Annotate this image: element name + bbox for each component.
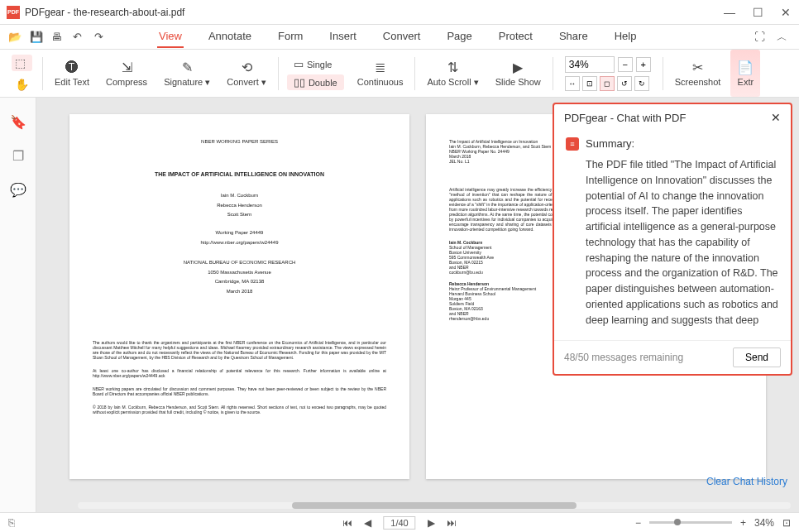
double-view-button[interactable]: ▯▯Double	[287, 74, 344, 90]
tab-view[interactable]: View	[157, 26, 184, 48]
auto-scroll-icon: ⇅	[447, 60, 458, 75]
single-view-button[interactable]: ▭Single	[287, 56, 344, 72]
edit-text-icon: 🅣	[65, 60, 79, 75]
print-icon[interactable]: 🖶	[51, 31, 65, 44]
first-page-icon[interactable]: ⏮	[342, 517, 352, 529]
single-icon: ▭	[294, 58, 304, 70]
screenshot-button[interactable]: ✂ Screenshot	[668, 50, 728, 97]
fit-page-icon[interactable]: ⊡	[582, 76, 597, 91]
ribbon: ⬚ ✋ 🅣 Edit Text ⇲ Compress ✎ Signature ▾…	[0, 50, 799, 98]
extract-button[interactable]: 📄 Extr	[730, 50, 760, 97]
screenshot-icon: ✂	[692, 60, 703, 75]
edit-text-button[interactable]: 🅣 Edit Text	[48, 50, 96, 97]
convert-icon: ⟲	[242, 60, 252, 75]
document-canvas[interactable]: NBER WORKING PAPER SERIES THE IMPACT OF …	[36, 98, 799, 512]
horizontal-scrollbar[interactable]	[78, 502, 791, 509]
double-icon: ▯▯	[294, 76, 305, 89]
tab-convert[interactable]: Convert	[381, 26, 423, 48]
comments-icon[interactable]: 💬	[10, 182, 26, 198]
quickbar: 📂 💾 🖶 ↶ ↷ View Annotate Form Insert Conv…	[0, 25, 799, 50]
auto-scroll-button[interactable]: ⇅ Auto Scroll ▾	[420, 50, 485, 97]
titlebar: PDF PDFgear - the-research-about-ai.pdf …	[0, 0, 799, 25]
chat-panel: PDFgear - Chat with PDF ✕ ≡ Summary: The…	[553, 103, 792, 376]
redo-icon[interactable]: ↷	[94, 31, 108, 44]
main-tabs: View Annotate Form Insert Convert Page P…	[157, 26, 754, 48]
clear-chat-history-link[interactable]: Clear Chat History	[706, 476, 787, 487]
signature-icon: ✎	[182, 60, 193, 75]
fit-actual-icon[interactable]: ◻	[600, 76, 615, 91]
status-left-icon[interactable]: ⎘	[8, 516, 15, 529]
maximize-button[interactable]: ☐	[751, 6, 764, 19]
status-fit-icon[interactable]: ⊡	[782, 517, 791, 529]
tab-annotate[interactable]: Annotate	[207, 26, 253, 48]
prev-page-icon[interactable]: ◀	[364, 517, 371, 529]
collapse-ribbon-icon[interactable]: ︿	[777, 30, 787, 45]
workspace: 🔖 ❐ 💬 NBER WORKING PAPER SERIES THE IMPA…	[0, 98, 799, 512]
compress-button[interactable]: ⇲ Compress	[99, 50, 154, 97]
compress-icon: ⇲	[122, 60, 132, 75]
summary-icon: ≡	[566, 137, 579, 151]
summary-label: Summary:	[586, 137, 634, 150]
minimize-button[interactable]: —	[723, 6, 736, 19]
rotate-right-icon[interactable]: ↻	[634, 76, 649, 91]
close-button[interactable]: ✕	[779, 6, 792, 19]
send-button[interactable]: Send	[733, 347, 781, 367]
zoom-out-button[interactable]: −	[618, 57, 633, 72]
signature-button[interactable]: ✎ Signature ▾	[157, 50, 217, 97]
next-page-icon[interactable]: ▶	[428, 517, 435, 529]
zoom-input[interactable]	[565, 56, 615, 73]
last-page-icon[interactable]: ⏭	[447, 517, 457, 529]
status-zoom-out-icon[interactable]: −	[635, 517, 641, 529]
page-1: NBER WORKING PAPER SERIES THE IMPACT OF …	[69, 114, 409, 479]
zoom-in-button[interactable]: +	[636, 57, 651, 72]
statusbar: ⎘ ⏮ ◀ 1/40 ▶ ⏭ − + 34% ⊡	[0, 512, 799, 532]
save-icon[interactable]: 💾	[30, 31, 43, 44]
open-icon[interactable]: 📂	[8, 31, 22, 44]
status-zoom-value: 34%	[754, 517, 774, 529]
window-title: PDFgear - the-research-about-ai.pdf	[25, 7, 723, 18]
thumbnails-icon[interactable]: ❐	[12, 148, 24, 164]
hand-tool-icon[interactable]: ✋	[12, 76, 32, 93]
undo-icon[interactable]: ↶	[73, 31, 86, 44]
zoom-slider[interactable]	[649, 521, 732, 524]
convert-button[interactable]: ⟲ Convert ▾	[220, 50, 273, 97]
tab-page[interactable]: Page	[445, 26, 473, 48]
extract-icon: 📄	[737, 60, 754, 75]
chat-title: PDFgear - Chat with PDF	[564, 112, 686, 124]
tab-protect[interactable]: Protect	[497, 26, 534, 48]
fit-width-icon[interactable]: ↔	[565, 76, 580, 91]
tab-help[interactable]: Help	[613, 26, 639, 48]
messages-remaining: 48/50 messages remaining	[564, 352, 683, 363]
summary-text: The PDF file titled "The Impact of Artif…	[566, 157, 779, 328]
slide-show-button[interactable]: ▶ Slide Show	[489, 50, 548, 97]
page-number[interactable]: 1/40	[383, 516, 415, 530]
tab-insert[interactable]: Insert	[328, 26, 358, 48]
rotate-left-icon[interactable]: ↺	[617, 76, 632, 91]
app-logo: PDF	[7, 6, 20, 19]
select-tool-icon[interactable]: ⬚	[12, 55, 32, 71]
tab-share[interactable]: Share	[557, 26, 590, 48]
chat-close-icon[interactable]: ✕	[771, 111, 781, 124]
fullscreen-icon[interactable]: ⛶	[754, 31, 765, 43]
continuous-icon: ≣	[375, 60, 385, 75]
status-zoom-in-icon[interactable]: +	[740, 517, 746, 529]
tab-form[interactable]: Form	[276, 26, 304, 48]
slide-show-icon: ▶	[513, 60, 523, 75]
left-rail: 🔖 ❐ 💬	[0, 98, 36, 512]
bookmark-icon[interactable]: 🔖	[10, 114, 26, 130]
continuous-button[interactable]: ≣ Continuous	[351, 50, 410, 97]
